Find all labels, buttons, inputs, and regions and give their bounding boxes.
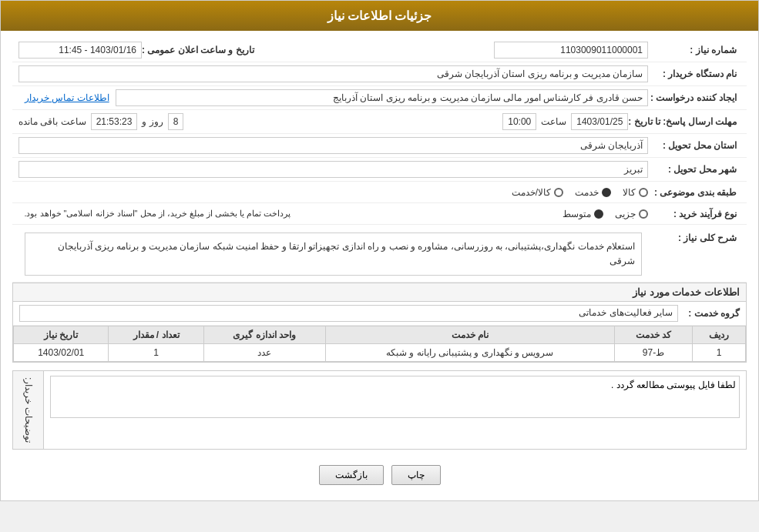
- response-remain: 21:53:23: [96, 116, 133, 127]
- radio-khedmat-icon: [602, 188, 611, 197]
- response-time-box: 10:00: [502, 113, 536, 130]
- buyer-notes-label: توضیحات خریدار:: [13, 371, 44, 449]
- print-button[interactable]: چاپ: [391, 465, 441, 485]
- buyer-notes-textarea[interactable]: [50, 376, 740, 418]
- radio-motavasset-icon: [594, 209, 603, 219]
- col-quantity: تعداد / مقدار: [109, 326, 203, 344]
- need-number-value: 1103009011000001: [560, 45, 643, 55]
- buyer-org-row: نام دستگاه خریدار : سازمان مدیریت و برنا…: [12, 62, 747, 86]
- category-option-khedmat[interactable]: خدمت: [575, 187, 611, 198]
- need-number-label: شماره نیاز :: [648, 45, 741, 55]
- contact-info-link[interactable]: اطلاعات تماس خریدار: [25, 92, 109, 103]
- category-row: طبقه بندی موضوعی : کالا خدمت کالا/خدمت: [12, 182, 747, 203]
- response-time-label: ساعت: [541, 116, 566, 127]
- services-section-header: اطلاعات خدمات مورد نیاز: [13, 283, 746, 302]
- col-row-num: ردیف: [693, 326, 746, 344]
- description-box: استعلام خدمات نگهداری،پشتیبانی، به روزرس…: [25, 233, 642, 276]
- response-date-box: 1403/01/25: [571, 113, 628, 130]
- col-service-name: نام خدمت: [325, 326, 614, 344]
- response-remain-box: 21:53:23: [91, 113, 138, 130]
- creator-value: حسن قادری فر کارشناس امور مالی سازمان مد…: [333, 92, 643, 103]
- table-row: 1 ط-97 سرویس و نگهداری و پشتیبانی رایانه…: [14, 344, 746, 362]
- response-deadline-label: مهلت ارسال پاسخ: تا تاریخ :: [628, 116, 741, 127]
- need-number-value-box: 1103009011000001: [494, 42, 648, 59]
- province-row: استان محل تحویل : آذربایجان شرقی: [12, 134, 747, 158]
- creator-row: ایجاد کننده درخواست : حسن قادری فر کارشن…: [12, 86, 747, 110]
- process-option-motavasset[interactable]: متوسط: [563, 209, 603, 219]
- col-service-code: کد خدمت: [614, 326, 692, 344]
- page-header: جزئیات اطلاعات نیاز: [1, 1, 758, 31]
- process-label: نوع فرآیند خرید :: [648, 209, 741, 219]
- response-deadline-row: مهلت ارسال پاسخ: تا تاریخ : 1403/01/25 س…: [12, 110, 747, 134]
- response-day-label: روز و: [142, 116, 163, 127]
- process-type-row: نوع فرآیند خرید : جزیی متوسط پرداخت تمام…: [12, 203, 747, 225]
- announce-datetime-value: 1403/01/16 - 11:45: [59, 45, 136, 55]
- city-value-box: تبریز: [18, 161, 648, 178]
- creator-value-box: حسن قادری فر کارشناس امور مالی سازمان مد…: [116, 89, 648, 106]
- buyer-org-value: سازمان مدیریت و برنامه ریزی استان آذربای…: [437, 69, 643, 79]
- response-remain-label: ساعت باقی مانده: [18, 116, 86, 127]
- province-value-box: آذربایجان شرقی: [18, 137, 648, 154]
- buyer-notes-section: توضیحات خریدار:: [12, 370, 747, 450]
- process-radio-group: جزیی متوسط: [563, 209, 648, 219]
- radio-jozi-icon: [639, 209, 648, 219]
- cell-service-code: ط-97: [614, 344, 692, 362]
- cell-quantity: 1: [109, 344, 203, 362]
- cell-service-name: سرویس و نگهداری و پشتیبانی رایانه و شبکه: [325, 344, 614, 362]
- description-row: شرح کلی نیاز : استعلام خدمات نگهداری،پشت…: [12, 225, 747, 283]
- need-number-row: شماره نیاز : 1103009011000001 تاریخ و سا…: [12, 38, 747, 62]
- announce-datetime-value-box: 1403/01/16 - 11:45: [18, 42, 142, 59]
- cell-unit: عدد: [203, 344, 325, 362]
- radio-kala-icon: [639, 188, 648, 197]
- col-date: تاریخ نیاز: [14, 326, 109, 344]
- services-table: ردیف کد خدمت نام خدمت واحد اندازه گیری ت…: [13, 326, 746, 362]
- category-kala-label: کالا: [623, 187, 636, 198]
- response-days-box: 8: [168, 113, 184, 130]
- group-value: سایر فعالیت‌های خدماتی: [19, 305, 678, 322]
- page-title: جزئیات اطلاعات نیاز: [327, 9, 432, 22]
- buyer-org-label: نام دستگاه خریدار :: [648, 69, 741, 79]
- process-note: پرداخت تمام یا بخشی از مبلغ خرید، از محل…: [18, 209, 291, 219]
- category-option-kala-khedmat[interactable]: کالا/خدمت: [512, 187, 563, 198]
- category-radio-group: کالا خدمت کالا/خدمت: [512, 187, 648, 198]
- radio-kala-khedmat-icon: [554, 188, 563, 197]
- city-row: شهر محل تحویل : تبریز: [12, 158, 747, 182]
- process-option-jozi[interactable]: جزیی: [615, 209, 648, 219]
- services-section: اطلاعات خدمات مورد نیاز گروه خدمت : سایر…: [12, 283, 747, 363]
- creator-label: ایجاد کننده درخواست :: [648, 92, 741, 103]
- cell-date: 1403/02/01: [14, 344, 109, 362]
- cell-row-num: 1: [693, 344, 746, 362]
- city-value: تبریز: [624, 164, 643, 175]
- province-label: استان محل تحویل :: [648, 140, 741, 151]
- col-unit: واحد اندازه گیری: [203, 326, 325, 344]
- group-row: گروه خدمت : سایر فعالیت‌های خدماتی: [13, 302, 746, 326]
- process-jozi-label: جزیی: [615, 209, 636, 219]
- back-button[interactable]: بازگشت: [319, 465, 384, 485]
- category-label: طبقه بندی موضوعی :: [648, 187, 741, 198]
- process-motavasset-label: متوسط: [563, 209, 591, 219]
- group-label: گروه خدمت :: [678, 308, 740, 319]
- buttons-row: چاپ بازگشت: [12, 457, 747, 493]
- province-value: آذربایجان شرقی: [580, 140, 643, 151]
- category-khedmat-label: خدمت: [575, 187, 599, 198]
- description-label: شرح کلی نیاز :: [648, 229, 741, 243]
- description-text: استعلام خدمات نگهداری،پشتیبانی، به روزرس…: [58, 241, 635, 266]
- announce-datetime-label: تاریخ و ساعت اعلان عمومی :: [142, 45, 258, 55]
- category-option-kala[interactable]: کالا: [623, 187, 648, 198]
- category-kala-khedmat-label: کالا/خدمت: [512, 187, 551, 198]
- response-date: 1403/01/25: [576, 116, 623, 127]
- city-label: شهر محل تحویل :: [648, 164, 741, 175]
- buyer-notes-content: [44, 371, 746, 449]
- response-days: 8: [173, 116, 179, 127]
- response-time: 10:00: [508, 116, 531, 127]
- buyer-org-value-box: سازمان مدیریت و برنامه ریزی استان آذربای…: [18, 65, 648, 82]
